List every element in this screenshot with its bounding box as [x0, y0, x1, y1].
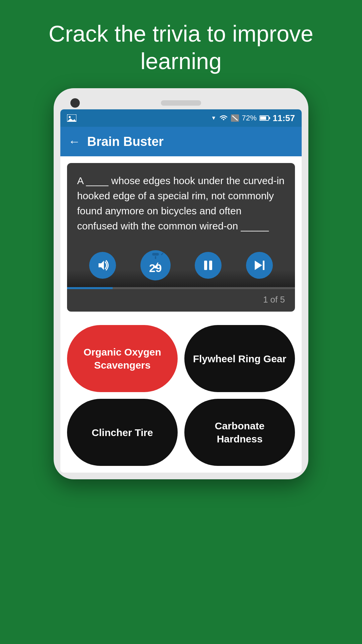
- pause-icon: [201, 259, 215, 272]
- progress-fill: [67, 287, 113, 289]
- phone-screen: ▼ 72% 11:57 ←: [60, 109, 302, 473]
- back-button[interactable]: ←: [68, 135, 80, 149]
- answer-option-1[interactable]: Organic Oxygen Scavengers: [67, 325, 178, 392]
- answer-text-1: Organic Oxygen Scavengers: [74, 345, 171, 372]
- svg-marker-8: [99, 261, 104, 270]
- app-bar: ← Brain Buster: [60, 127, 302, 156]
- svg-point-1: [69, 116, 71, 118]
- phone-notch: [60, 95, 302, 109]
- svg-marker-2: [67, 118, 76, 122]
- answer-option-2[interactable]: Flywheel Ring Gear: [184, 325, 295, 392]
- wifi-icon: [219, 114, 228, 122]
- answer-text-2: Flywheel Ring Gear: [193, 352, 286, 365]
- phone-wrapper: ▼ 72% 11:57 ←: [54, 88, 308, 479]
- headline-text2: learning: [140, 48, 222, 74]
- svg-rect-10: [152, 253, 159, 256]
- status-bar: ▼ 72% 11:57: [60, 109, 302, 127]
- progress-bar: [67, 287, 295, 289]
- pause-button[interactable]: [195, 252, 222, 279]
- gallery-icon: [67, 114, 76, 122]
- question-card: A ____ whose edges hook under the curved…: [67, 163, 295, 312]
- answer-text-3: Clincher Tire: [92, 426, 153, 439]
- battery-icon: [259, 115, 270, 121]
- answer-option-4[interactable]: Carbonate Hardness: [184, 399, 295, 466]
- battery-percentage: 72%: [242, 114, 256, 122]
- svg-rect-6: [260, 116, 266, 120]
- answer-text-4: Carbonate Hardness: [191, 419, 288, 445]
- app-bar-title: Brain Buster: [87, 135, 164, 149]
- timer-display: 29: [149, 262, 162, 274]
- skip-icon: [253, 259, 266, 272]
- phone-speaker: [161, 100, 201, 106]
- timer-button[interactable]: 29: [140, 250, 171, 280]
- page-headline: Crack the trivia to improve learning: [22, 0, 340, 88]
- question-text: A ____ whose edges hook under the curved…: [77, 173, 285, 233]
- answer-option-3[interactable]: Clincher Tire: [67, 399, 178, 466]
- clock-time: 11:57: [273, 113, 295, 123]
- svg-rect-18: [263, 261, 264, 270]
- skip-button[interactable]: [246, 252, 273, 279]
- svg-rect-15: [204, 261, 207, 270]
- svg-rect-16: [209, 261, 212, 270]
- sound-icon: [96, 259, 109, 272]
- status-left: [67, 114, 76, 122]
- status-right: ▼ 72% 11:57: [211, 113, 295, 123]
- controls-row: 29: [67, 244, 295, 287]
- sound-button[interactable]: [89, 252, 116, 279]
- headline-text: Crack the trivia to improve: [49, 21, 313, 46]
- svg-rect-7: [269, 117, 270, 119]
- svg-marker-17: [255, 261, 262, 270]
- answers-grid: Organic Oxygen Scavengers Flywheel Ring …: [60, 318, 302, 473]
- question-counter: 1 of 5: [77, 289, 285, 312]
- muted-icon: [231, 114, 239, 122]
- phone-camera: [70, 98, 80, 108]
- svg-line-12: [161, 253, 163, 255]
- dropdown-icon: ▼: [211, 115, 217, 121]
